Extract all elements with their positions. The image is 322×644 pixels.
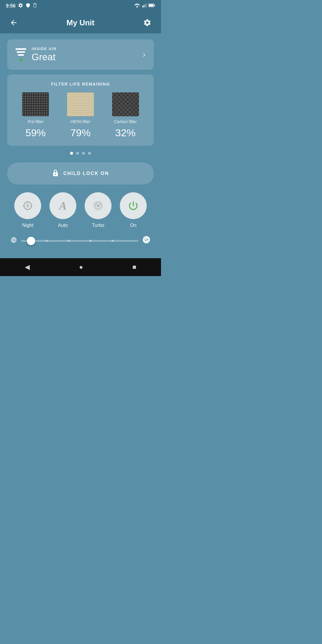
svg-rect-2	[142, 6, 143, 7]
slider-container[interactable]	[21, 236, 138, 245]
svg-point-12	[26, 204, 30, 208]
svg-rect-0	[34, 4, 36, 7]
filter-life-card: FILTER LIFE REMAINING Pre-filter 59% HEP…	[7, 75, 154, 146]
air-bar-3	[18, 54, 24, 56]
dot-3[interactable]	[82, 152, 85, 155]
night-mode-button[interactable]: Night	[14, 192, 41, 228]
svg-point-10	[55, 174, 56, 175]
prefilter-name: Pre-filter	[28, 119, 44, 124]
carbon-item: Carbon filter 32%	[112, 92, 139, 139]
child-lock-label: CHILD LOCK ON	[63, 171, 109, 176]
air-quality-left: INSIDE AIR Great	[16, 47, 57, 63]
prefilter-thumb	[22, 92, 49, 116]
status-left: 9:56	[6, 3, 37, 9]
night-mode-circle	[14, 192, 41, 219]
fan-low-icon	[10, 236, 17, 245]
status-right	[134, 3, 155, 9]
status-time: 9:56	[6, 3, 16, 9]
svg-rect-8	[154, 4, 155, 6]
turbo-mode-button[interactable]: Turbo	[85, 192, 112, 228]
shield-status-icon	[26, 3, 30, 9]
carousel-dots	[7, 152, 154, 155]
back-button[interactable]	[7, 16, 20, 29]
hepa-pct: 79%	[70, 127, 91, 139]
on-mode-circle	[120, 192, 147, 219]
dot-1[interactable]	[70, 152, 73, 155]
top-bar: My Unit	[0, 12, 161, 33]
dot-2[interactable]	[76, 152, 79, 155]
carbon-pct: 32%	[115, 127, 136, 139]
svg-rect-5	[146, 3, 147, 7]
clipboard-status-icon	[33, 3, 37, 9]
battery-icon	[148, 3, 155, 9]
wifi-icon	[134, 3, 140, 9]
child-lock-button[interactable]: CHILD LOCK ON	[7, 162, 154, 185]
hepa-name: HEPA filter	[71, 119, 91, 124]
hepa-item: HEPA filter 79%	[67, 92, 94, 139]
auto-mode-letter: A	[59, 199, 66, 212]
hepa-thumb	[67, 92, 94, 116]
turbo-mode-circle	[85, 192, 112, 219]
mode-buttons: Night A Auto Turbo	[7, 192, 154, 228]
nav-back-button[interactable]: ◀	[19, 260, 36, 274]
main-content: INSIDE AIR Great › FILTER LIFE REMAINING…	[0, 33, 161, 252]
status-bar: 9:56	[0, 0, 161, 12]
fan-high-icon	[142, 235, 151, 246]
air-bar-1	[16, 48, 26, 50]
slider-track	[21, 240, 138, 242]
air-quality-text: INSIDE AIR Great	[32, 47, 57, 63]
auto-mode-circle: A	[49, 192, 76, 219]
dot-4[interactable]	[88, 152, 91, 155]
air-quality-card[interactable]: INSIDE AIR Great ›	[7, 39, 154, 70]
chevron-right-icon: ›	[143, 50, 145, 59]
prefilter-pct: 59%	[25, 127, 46, 139]
night-mode-label: Night	[22, 223, 33, 228]
auto-mode-label: Auto	[58, 223, 68, 228]
air-bar-2	[17, 51, 25, 53]
auto-mode-button[interactable]: A Auto	[49, 192, 76, 228]
lock-icon	[52, 168, 59, 179]
nav-bar: ◀ ● ■	[0, 258, 161, 276]
air-quality-dot	[19, 58, 22, 61]
fan-speed-slider	[7, 235, 154, 246]
carbon-thumb	[112, 92, 139, 116]
nav-home-button[interactable]: ●	[73, 260, 89, 274]
signal-icon	[142, 3, 147, 9]
slider-thumb[interactable]	[27, 237, 35, 245]
svg-rect-4	[145, 4, 145, 7]
air-quality-label: INSIDE AIR	[32, 47, 57, 51]
nav-recent-button[interactable]: ■	[126, 260, 142, 274]
svg-rect-7	[149, 4, 153, 7]
carbon-name: Carbon filter	[114, 119, 137, 124]
page-title: My Unit	[66, 18, 95, 27]
prefilter-item: Pre-filter 59%	[22, 92, 49, 139]
air-quality-status: Great	[32, 52, 57, 63]
on-mode-button[interactable]: On	[120, 192, 147, 228]
air-quality-icon	[16, 48, 26, 61]
on-mode-label: On	[130, 223, 136, 228]
filter-life-title: FILTER LIFE REMAINING	[13, 82, 148, 86]
svg-rect-3	[143, 5, 144, 7]
turbo-mode-label: Turbo	[92, 223, 104, 228]
settings-status-icon	[18, 3, 23, 9]
filter-items: Pre-filter 59% HEPA filter 79% Carbon fi…	[13, 92, 148, 139]
svg-rect-1	[34, 4, 36, 4]
settings-button[interactable]	[141, 16, 154, 29]
